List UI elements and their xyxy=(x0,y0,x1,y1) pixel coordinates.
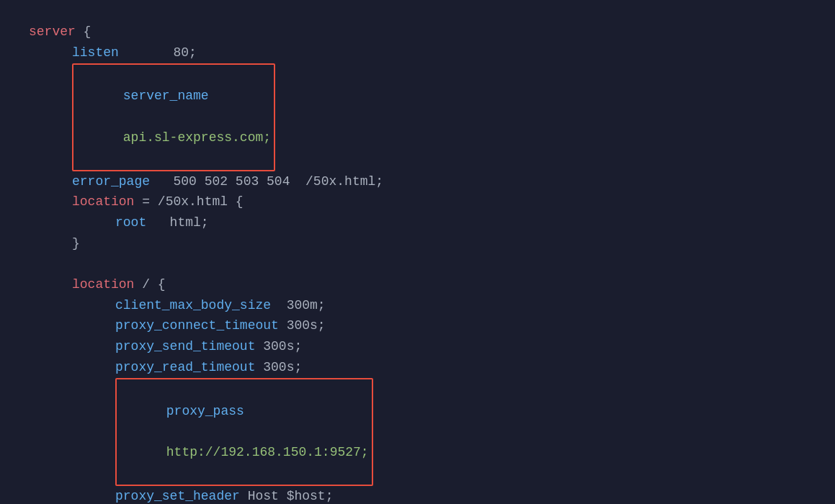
highlight-proxy-pass: proxy_pass http://192.168.150.1:9527; xyxy=(115,378,373,486)
keyword-server: server xyxy=(29,22,76,42)
code-line-11: proxy_send_timeout 300s; xyxy=(29,336,806,357)
code-line-10: proxy_connect_timeout 300s; xyxy=(29,315,806,336)
directive-proxy-send-timeout: proxy_send_timeout xyxy=(115,336,255,357)
code-line-3: server_name api.sl-express.com; xyxy=(29,63,806,171)
directive-proxy-set-header-host: proxy_set_header xyxy=(115,486,240,504)
code-line-12: proxy_read_timeout 300s; xyxy=(29,357,806,378)
code-line-9: client_max_body_size 300m; xyxy=(29,295,806,316)
code-line-2: listen 80; xyxy=(29,42,806,63)
directive-proxy-read-timeout: proxy_read_timeout xyxy=(115,357,255,378)
value-proxy-pass: http://192.168.150.1:9527; xyxy=(166,445,369,459)
directive-error-page: error_page xyxy=(72,171,150,192)
code-line-8: location / { xyxy=(29,274,806,295)
code-line-5: location = /50x.html { xyxy=(29,192,806,212)
code-line-1: server { xyxy=(29,22,806,42)
directive-root: root xyxy=(115,212,146,233)
directive-proxy-connect-timeout: proxy_connect_timeout xyxy=(115,315,279,336)
code-line-4: error_page 500 502 503 504 /50x.html; xyxy=(29,171,806,192)
code-editor: server { listen 80; server_name api.sl-e… xyxy=(0,0,835,504)
directive-listen: listen xyxy=(72,42,119,63)
directive-proxy-pass: proxy_pass xyxy=(166,404,244,418)
value-server-name: api.sl-express.com; xyxy=(123,130,271,145)
code-line-7: } xyxy=(29,233,806,254)
code-line-13: proxy_pass http://192.168.150.1:9527; xyxy=(29,378,806,486)
keyword-location-50x: location xyxy=(72,192,134,212)
keyword-location-root: location xyxy=(72,274,134,295)
blank-line-1 xyxy=(29,254,806,274)
directive-client-max-body-size: client_max_body_size xyxy=(115,295,271,316)
code-line-6: root html; xyxy=(29,212,806,233)
code-line-14: proxy_set_header Host $host; xyxy=(29,486,806,504)
directive-server-name: server_name xyxy=(123,89,209,103)
highlight-server-name: server_name api.sl-express.com; xyxy=(72,63,275,171)
